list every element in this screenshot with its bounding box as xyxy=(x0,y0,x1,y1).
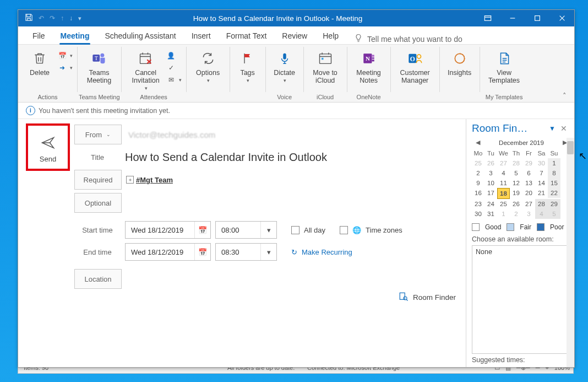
calendar-day[interactable]: 3 xyxy=(522,209,535,219)
delete-button[interactable]: Delete xyxy=(23,48,57,77)
minimize-button[interactable] xyxy=(500,10,525,26)
room-finder-button[interactable]: Room Finder xyxy=(399,292,456,303)
ribbon-display-icon[interactable] xyxy=(475,10,500,26)
calendar-day[interactable]: 29 xyxy=(522,158,535,168)
maximize-button[interactable] xyxy=(525,10,549,26)
required-field[interactable]: ＋ #Mgt Team xyxy=(126,176,173,184)
start-date-picker[interactable]: Wed 18/12/2019 📅 xyxy=(125,221,211,239)
calendar-day[interactable]: 1 xyxy=(548,158,560,168)
mini-calendar[interactable]: ◀ December 2019 ▶ MoTuWeThFrSaSu25262728… xyxy=(472,138,571,219)
options-button[interactable]: Options▾ xyxy=(191,48,225,84)
tab-help[interactable]: Help xyxy=(316,28,345,44)
calendar-day[interactable]: 12 xyxy=(510,178,522,188)
calendar-day[interactable]: 21 xyxy=(535,188,548,198)
calendar-day[interactable]: 14 xyxy=(535,178,548,188)
room-finder-close[interactable]: ✕ xyxy=(558,124,570,133)
customer-manager-button[interactable]: O Customer Manager xyxy=(395,48,435,84)
calendar-day[interactable]: 31 xyxy=(484,209,497,219)
cancel-invitation-button[interactable]: Cancel Invitation▾ xyxy=(126,48,166,92)
save-icon[interactable] xyxy=(25,13,33,23)
send-button[interactable]: Send xyxy=(26,123,70,171)
calendar-day[interactable]: 25 xyxy=(472,158,484,168)
calendar-day[interactable]: 1 xyxy=(497,209,510,219)
calendar-day[interactable]: 20 xyxy=(522,188,535,198)
calendar-day[interactable]: 16 xyxy=(472,188,484,198)
calendar-day[interactable]: 24 xyxy=(484,199,497,209)
calendar-day[interactable]: 2 xyxy=(510,209,522,219)
optional-button[interactable]: Optional xyxy=(74,193,122,213)
expand-group-icon[interactable]: ＋ xyxy=(126,176,134,184)
calendar-day[interactable]: 6 xyxy=(522,168,535,178)
tell-me-search[interactable]: Tell me what you want to do xyxy=(354,34,462,44)
optional-field[interactable] xyxy=(126,195,460,211)
forward-small-button[interactable]: ➜▾ xyxy=(58,63,73,72)
start-time-picker[interactable]: 08:00 ▾ xyxy=(215,221,277,239)
location-button[interactable]: Location xyxy=(74,269,122,289)
calendar-day[interactable]: 2 xyxy=(472,168,484,178)
tab-scheduling-assistant[interactable]: Scheduling Assistant xyxy=(98,28,182,44)
calendar-day[interactable]: 8 xyxy=(548,168,560,178)
calendar-day[interactable]: 23 xyxy=(472,199,484,209)
prev-month-icon[interactable]: ◀ xyxy=(476,139,480,146)
end-time-picker[interactable]: 08:30 ▾ xyxy=(215,243,277,261)
calendar-day[interactable]: 13 xyxy=(522,178,535,188)
qat-up-icon[interactable]: ↑ xyxy=(61,14,64,22)
calendar-day[interactable]: 30 xyxy=(472,209,484,219)
calendar-day[interactable]: 17 xyxy=(484,188,497,198)
qat-customize-icon[interactable]: ▾ xyxy=(78,15,80,22)
tab-meeting[interactable]: Meeting xyxy=(54,28,96,44)
calendar-day[interactable]: 26 xyxy=(510,199,522,209)
end-date-picker[interactable]: Wed 18/12/2019 📅 xyxy=(125,243,211,261)
calendar-day[interactable]: 11 xyxy=(497,178,510,188)
calendar-day[interactable]: 27 xyxy=(522,199,535,209)
tab-insert[interactable]: Insert xyxy=(185,28,217,44)
pane-scrollbar[interactable] xyxy=(567,138,574,367)
qat-down-icon[interactable]: ↓ xyxy=(69,14,73,22)
collapse-ribbon-icon[interactable]: ˄ xyxy=(559,92,570,100)
move-to-icloud-button[interactable]: Move to iCloud xyxy=(308,48,342,84)
calendar-day[interactable]: 25 xyxy=(497,199,510,209)
dictate-button[interactable]: Dictate▾ xyxy=(270,48,299,84)
undo-icon[interactable]: ↶ xyxy=(39,14,44,22)
make-recurring-link[interactable]: ↻ Make Recurring xyxy=(291,248,352,256)
view-templates-button[interactable]: View Templates xyxy=(484,48,524,84)
close-button[interactable] xyxy=(549,10,574,26)
all-day-checkbox[interactable] xyxy=(291,226,300,234)
calendar-day[interactable]: 19 xyxy=(510,188,522,198)
room-finder-menu[interactable]: ▼ xyxy=(547,125,558,132)
response-options-button[interactable]: ✉▾ xyxy=(167,76,182,84)
tab-file[interactable]: File xyxy=(26,28,52,44)
tags-button[interactable]: Tags▾ xyxy=(235,48,261,84)
check-names-button[interactable]: ✓ xyxy=(167,63,182,72)
calendar-day[interactable]: 29 xyxy=(548,199,560,209)
from-button[interactable]: From⌄ xyxy=(74,125,122,144)
available-rooms-list[interactable]: None xyxy=(472,245,571,354)
calendar-day[interactable]: 10 xyxy=(484,178,497,188)
calendar-day[interactable]: 5 xyxy=(510,168,522,178)
calendar-day[interactable]: 3 xyxy=(484,168,497,178)
teams-meeting-button[interactable]: T Teams Meeting xyxy=(82,48,116,84)
tab-format-text[interactable]: Format Text xyxy=(220,28,274,44)
calendar-day[interactable]: 4 xyxy=(497,168,510,178)
calendar-day[interactable]: 7 xyxy=(535,168,548,178)
calendar-day[interactable]: 22 xyxy=(548,188,560,198)
address-book-button[interactable]: 👤 xyxy=(167,51,182,60)
calendar-day[interactable]: 26 xyxy=(484,158,497,168)
calendar-day[interactable]: 30 xyxy=(535,158,548,168)
calendar-day[interactable]: 15 xyxy=(548,178,560,188)
title-input[interactable]: How to Send a Calendar Invite in Outlook xyxy=(125,151,327,164)
calendar-small-button[interactable]: 📅▾ xyxy=(58,51,73,60)
calendar-day[interactable]: 5 xyxy=(548,209,560,219)
calendar-day[interactable]: 4 xyxy=(535,209,548,219)
required-button[interactable]: Required xyxy=(74,170,122,190)
time-zones-checkbox[interactable] xyxy=(340,226,348,234)
calendar-day[interactable]: 18 xyxy=(497,188,510,199)
calendar-day[interactable]: 28 xyxy=(535,199,548,209)
redo-icon[interactable]: ↷ xyxy=(50,14,55,22)
location-field[interactable] xyxy=(126,271,460,287)
calendar-day[interactable]: 9 xyxy=(472,178,484,188)
meeting-notes-button[interactable]: N Meeting Notes xyxy=(352,48,386,84)
tab-review[interactable]: Review xyxy=(275,28,314,44)
insights-button[interactable]: Insights xyxy=(444,48,475,77)
calendar-day[interactable]: 28 xyxy=(510,158,522,168)
